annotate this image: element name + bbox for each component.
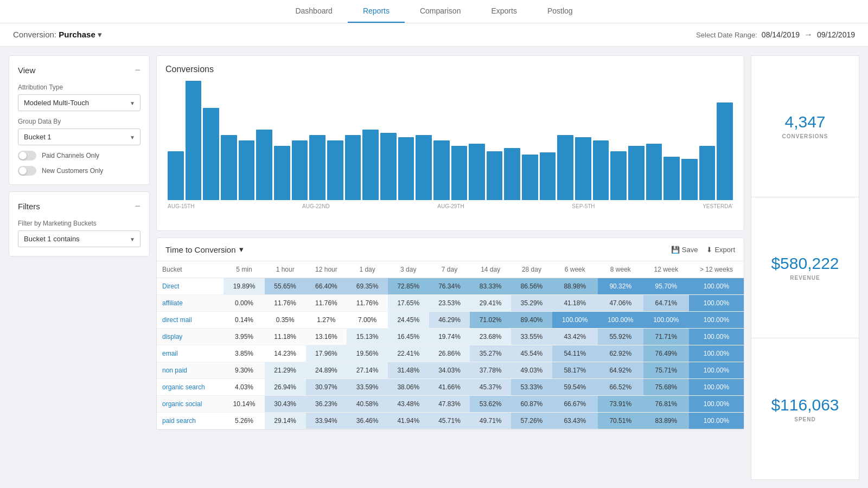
table-row: direct mail0.14%0.35%1.27%7.00%24.45%46.… (157, 312, 744, 329)
data-cell: 11.76% (265, 295, 306, 312)
bucket-cell[interactable]: paid search (157, 413, 224, 429)
date-start[interactable]: 08/14/2019 (762, 30, 800, 39)
data-cell: 0.00% (224, 295, 265, 312)
chart-bar (663, 157, 680, 200)
data-cell: 66.40% (306, 278, 347, 295)
data-cell: 41.18% (552, 295, 598, 312)
chart-area: AUG-15THAUG-22NDAUG-29THSEP-5THYESTERDA' (165, 81, 735, 222)
data-cell: 0.35% (265, 312, 306, 329)
center-area: Conversions AUG-15THAUG-22NDAUG-29THSEP-… (156, 55, 744, 480)
group-select[interactable]: Bucket 1 (18, 129, 141, 145)
revenue-label: REVENUE (790, 275, 820, 281)
chart-bar (699, 146, 716, 200)
data-cell: 72.85% (388, 278, 429, 295)
data-cell: 37.78% (470, 362, 511, 379)
data-cell: 47.83% (429, 396, 470, 413)
data-cell: 69.35% (347, 278, 388, 295)
spend-label: SPEND (794, 416, 815, 422)
chart-title: Conversions (165, 65, 735, 74)
bucket-cell[interactable]: organic social (157, 396, 224, 413)
chart-bar (309, 135, 326, 200)
attribution-select[interactable]: Modeled Multi-Touch (18, 94, 141, 111)
table-column-header: > 12 weeks (689, 261, 744, 278)
data-cell: 53.33% (511, 379, 552, 396)
bucket-cell[interactable]: direct mail (157, 312, 224, 329)
sub-header: Conversion: Purchase ▾ Select Date Range… (0, 23, 868, 47)
bucket-cell[interactable]: email (157, 345, 224, 362)
data-cell: 66.52% (598, 379, 643, 396)
chart-bar (221, 135, 237, 200)
filter-select[interactable]: Bucket 1 contains (18, 230, 141, 247)
filter-label: Filter by Marketing Buckets (18, 220, 141, 227)
data-cell: 43.42% (552, 329, 598, 345)
data-cell: 71.02% (470, 312, 511, 329)
data-cell: 26.94% (265, 379, 306, 396)
nav-dashboard[interactable]: Dashboard (280, 0, 348, 23)
data-cell: 60.87% (511, 396, 552, 413)
data-cell: 7.00% (347, 312, 388, 329)
data-cell: 47.06% (598, 295, 643, 312)
table-column-header: Bucket (157, 261, 224, 278)
data-cell: 43.48% (388, 396, 429, 413)
nav-comparison[interactable]: Comparison (405, 0, 476, 23)
filters-panel-title: Filters − (18, 201, 141, 212)
data-cell: 64.92% (598, 362, 643, 379)
table-row: email3.85%14.23%17.96%19.56%22.41%26.86%… (157, 345, 744, 362)
paid-channels-toggle[interactable] (18, 151, 36, 160)
data-cell: 100.00% (689, 312, 744, 329)
table-column-header: 7 day (429, 261, 470, 278)
data-cell: 34.03% (429, 362, 470, 379)
new-customers-toggle[interactable] (18, 166, 36, 176)
nav-postlog[interactable]: Postlog (532, 0, 588, 23)
nav-exports[interactable]: Exports (476, 0, 532, 23)
chart-bar (681, 159, 698, 200)
data-cell: 95.70% (643, 278, 689, 295)
data-cell: 75.68% (643, 379, 689, 396)
data-cell: 17.96% (306, 345, 347, 362)
date-end[interactable]: 09/12/2019 (817, 30, 855, 39)
data-cell: 15.13% (347, 329, 388, 345)
left-panel: View − Attribution Type Modeled Multi-To… (9, 55, 150, 480)
x-label: YESTERDA' (703, 203, 733, 209)
table-title-button[interactable]: Time to Conversion ▾ (165, 245, 244, 254)
bucket-cell[interactable]: Direct (157, 278, 224, 295)
data-cell: 63.43% (552, 413, 598, 429)
table-column-header: 12 hour (306, 261, 347, 278)
date-range: Select Date Range: 08/14/2019 → 09/12/20… (696, 30, 855, 40)
table-column-header: 8 week (598, 261, 643, 278)
chart-bar (469, 144, 485, 200)
date-arrow-icon: → (804, 30, 813, 40)
nav-reports[interactable]: Reports (348, 0, 405, 23)
data-cell: 100.00% (689, 413, 744, 429)
data-cell: 83.89% (643, 413, 689, 429)
table-column-header: 3 day (388, 261, 429, 278)
table-body: Direct19.89%55.65%66.40%69.35%72.85%76.3… (157, 278, 744, 429)
table-head: Bucket5 min1 hour12 hour1 day3 day7 day1… (157, 261, 744, 278)
chart-bar (593, 140, 609, 200)
filter-select-wrapper: Bucket 1 contains (18, 230, 141, 247)
data-cell: 13.16% (306, 329, 347, 345)
table-scroll[interactable]: Bucket5 min1 hour12 hour1 day3 day7 day1… (157, 261, 744, 429)
export-button[interactable]: ⬇ Export (706, 246, 735, 254)
data-cell: 38.06% (388, 379, 429, 396)
data-cell: 30.97% (306, 379, 347, 396)
conversions-value: 4,347 (784, 113, 825, 131)
data-cell: 19.56% (347, 345, 388, 362)
chart-bar (717, 102, 733, 200)
filters-collapse-icon[interactable]: − (135, 201, 141, 212)
save-button[interactable]: 💾 Save (671, 246, 698, 254)
bucket-cell[interactable]: non paid (157, 362, 224, 379)
bucket-cell[interactable]: organic search (157, 379, 224, 396)
view-collapse-icon[interactable]: − (135, 65, 141, 76)
table-row: affiliate0.00%11.76%11.76%11.76%17.65%23… (157, 295, 744, 312)
data-cell: 24.89% (306, 362, 347, 379)
data-cell: 41.94% (388, 413, 429, 429)
chart-bar (203, 108, 219, 200)
bucket-cell[interactable]: affiliate (157, 295, 224, 312)
bucket-cell[interactable]: display (157, 329, 224, 345)
conversion-value[interactable]: Purchase (59, 30, 95, 39)
data-cell: 53.62% (470, 396, 511, 413)
data-cell: 100.00% (598, 312, 643, 329)
table-header-row: Time to Conversion ▾ 💾 Save ⬇ Export (157, 238, 744, 261)
attribution-label: Attribution Type (18, 84, 141, 91)
